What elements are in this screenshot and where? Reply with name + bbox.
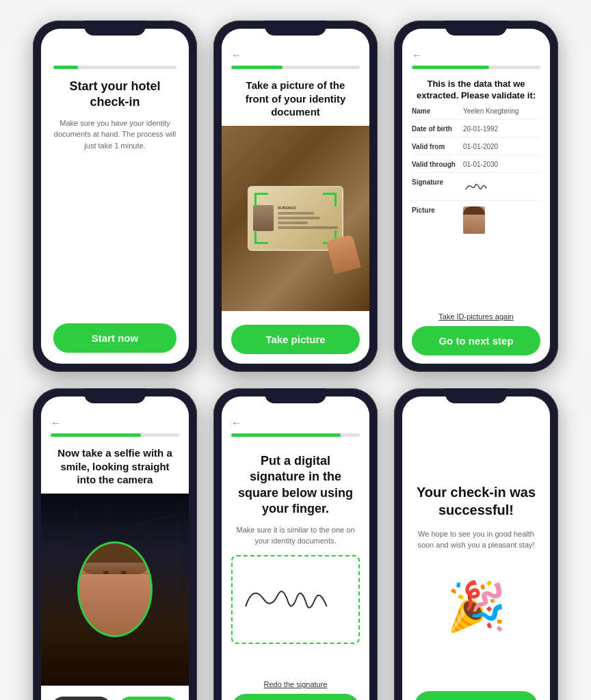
face-oval <box>77 541 153 637</box>
picture-value <box>463 206 485 234</box>
progress-bar-2 <box>231 66 360 69</box>
start-main: Start your hotel check-in Make sure you … <box>53 79 176 317</box>
continue-button[interactable]: Continue <box>118 697 179 700</box>
take-picture-button[interactable]: Take picture <box>231 325 360 354</box>
phone-start: ← Start your hotel check-in Make sure yo… <box>33 21 197 372</box>
progress-bar-3 <box>412 66 540 69</box>
success-main: Your check-in was successful! We hope to… <box>415 446 538 684</box>
data-row-valid-through: Valid through 01-01-2030 <box>412 161 540 173</box>
face-hair <box>79 543 150 563</box>
selfie-header: ← Now take a selfie with a smile, lookin… <box>41 396 189 494</box>
notch-4 <box>84 388 146 403</box>
signature-value <box>463 178 490 196</box>
sig-subtitle: Make sure it is similar to the one on yo… <box>231 524 360 547</box>
redo-signature-link[interactable]: Redo the signature <box>231 680 360 688</box>
data-btn-area: Take ID-pictures again Go to next step <box>412 312 540 355</box>
valid-through-label: Valid through <box>412 161 463 168</box>
approve-signature-button[interactable]: Approve signature <box>231 694 360 700</box>
retake-id-link[interactable]: Take ID-pictures again <box>412 312 540 321</box>
face-skin <box>79 563 150 574</box>
corner-tr <box>323 193 337 206</box>
notch-2 <box>265 21 326 36</box>
phone-success: ← Your check-in was successful! We hope … <box>394 388 558 700</box>
notch-1 <box>84 21 146 36</box>
progress-fill-3 <box>412 66 489 69</box>
progress-fill-1 <box>53 66 78 69</box>
sig-btn-area: Redo the signature Approve signature <box>231 680 360 700</box>
back-arrow-4[interactable]: ← <box>51 417 179 429</box>
data-row-name: Name Yeelen Knegtering <box>412 107 540 120</box>
valid-from-label: Valid from <box>412 143 463 150</box>
confetti-icon: 🎉 <box>447 578 506 634</box>
notch-5 <box>265 388 326 403</box>
signature-label: Signature <box>412 178 463 186</box>
sig-title: Put a digital signature in the square be… <box>231 453 360 517</box>
phone-signature: ← Put a digital signature in the square … <box>213 388 378 700</box>
camera-view: RIJBEWIJS <box>222 126 369 312</box>
progress-fill-4 <box>51 433 141 437</box>
selfie-buttons: Retake Continue <box>51 697 179 700</box>
data-title: This is the data that we extracted. Plea… <box>412 79 540 102</box>
back-arrow-3[interactable]: ← <box>412 49 540 62</box>
valid-from-value: 01-01-2020 <box>463 143 498 150</box>
data-row-signature: Signature <box>412 178 540 201</box>
selfie-view <box>41 494 189 686</box>
signature-drawing <box>239 569 352 629</box>
picture-label: Picture <box>412 206 463 214</box>
start-button[interactable]: Start now <box>53 323 176 353</box>
phone-selfie: ← Now take a selfie with a smile, lookin… <box>33 388 197 700</box>
dob-label: Date of birth <box>412 125 463 133</box>
progress-bar-5 <box>231 433 360 437</box>
retake-button[interactable]: Retake <box>51 697 112 700</box>
progress-bar-4 <box>51 433 179 437</box>
corner-bl <box>254 230 268 244</box>
start-title: Start your hotel check-in <box>53 79 176 111</box>
notch-3 <box>445 21 507 36</box>
phone-camera: ← Take a picture of the front of your id… <box>213 21 378 372</box>
progress-bar-1 <box>53 66 176 69</box>
id-card-photo <box>253 205 274 231</box>
dob-value: 20-01-1992 <box>463 125 498 133</box>
data-row-valid-from: Valid from 01-01-2020 <box>412 143 540 155</box>
data-table: Name Yeelen Knegtering Date of birth 20-… <box>412 107 540 238</box>
phone-data: ← This is the data that we extracted. Pl… <box>394 21 558 372</box>
selfie-title: Now take a selfie with a smile, looking … <box>51 446 179 494</box>
camera-btn-area: Take picture <box>222 311 369 364</box>
visit-website-button[interactable]: Visit website <box>415 691 538 700</box>
next-step-button[interactable]: Go to next step <box>412 326 540 355</box>
id-card-text: RIJBEWIJS <box>278 206 338 231</box>
back-arrow-5[interactable]: ← <box>231 417 360 429</box>
phone-grid: ← Start your hotel check-in Make sure yo… <box>12 0 579 700</box>
face-beard <box>79 561 150 574</box>
data-row-picture: Picture <box>412 206 540 238</box>
corner-tl <box>254 193 268 206</box>
success-subtitle: We hope to see you in good health soon a… <box>415 528 538 551</box>
selfie-btn-area: Retake Continue <box>41 686 189 700</box>
name-value: Yeelen Knegtering <box>463 107 518 115</box>
notch-6 <box>445 388 507 403</box>
start-subtitle: Make sure you have your identity documen… <box>53 118 176 152</box>
back-arrow-2[interactable]: ← <box>231 49 360 62</box>
valid-through-value: 01-01-2030 <box>463 161 498 168</box>
camera-header: ← Take a picture of the front of your id… <box>222 29 369 126</box>
progress-fill-5 <box>231 433 341 437</box>
progress-fill-2 <box>231 66 283 69</box>
name-label: Name <box>412 107 463 115</box>
signature-box[interactable] <box>231 555 360 644</box>
data-row-dob: Date of birth 20-01-1992 <box>412 125 540 137</box>
camera-title: Take a picture of the front of your iden… <box>231 79 360 126</box>
success-title: Your check-in was successful! <box>415 483 538 519</box>
